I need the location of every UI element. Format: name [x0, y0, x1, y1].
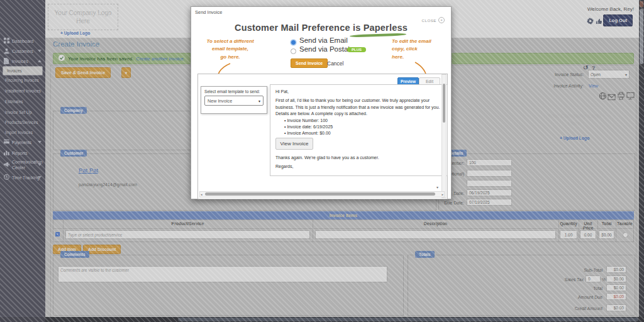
upload-logo-link[interactable]: + Upload Logo	[60, 31, 90, 35]
save-send-dropdown-button[interactable]: ▾	[121, 67, 131, 78]
scroll-down-arrow[interactable]: ▾	[436, 185, 438, 189]
bullet-text: Invoice Number: 100	[287, 118, 328, 123]
save-send-invoice-button[interactable]: Save & Send Invoice	[55, 67, 111, 78]
cancel-link[interactable]: Cancel	[327, 60, 343, 67]
send-via-postal-label[interactable]: Send via Postal	[299, 45, 350, 53]
time-icon	[4, 174, 9, 180]
vertical-scrollbar[interactable]	[639, 0, 644, 322]
chevron-down-icon	[38, 164, 42, 166]
scroll-right-arrow[interactable]: ▸	[441, 192, 443, 196]
bullet-text: Invoice Amount: $0.00	[287, 131, 330, 135]
customer-name-link[interactable]: Pat Pat	[79, 167, 98, 174]
company-section-tag: Company	[60, 107, 87, 114]
note-line: To edit the email	[392, 38, 443, 45]
send-invoice-button[interactable]: Send Invoice	[291, 58, 328, 68]
column-product-service: Product/Service	[63, 221, 313, 226]
banner-link[interactable]: Create another invoice.	[136, 56, 185, 62]
delete-row-icon[interactable]: ×	[55, 232, 60, 236]
scroll-left-arrow[interactable]: ◂	[201, 192, 203, 196]
column-description: Description	[313, 221, 558, 226]
date-field[interactable]: 06/19/2025	[467, 189, 512, 196]
left-annotation: To select a different email template, go…	[203, 38, 258, 61]
chevron-down-icon	[38, 141, 42, 143]
column-unit-price: Unit Price	[579, 221, 597, 230]
comments-textarea[interactable]: Comments are visible to the customer	[58, 266, 387, 282]
invoice-status-label: Invoice Status:	[528, 72, 584, 77]
invoice-activity-link[interactable]: View	[589, 84, 598, 88]
invoices-icon	[4, 58, 9, 64]
scrollbar-up-arrow[interactable]	[640, 1, 643, 7]
sidebar-item-label: Time Tracking	[12, 175, 40, 180]
sidebar-item-label: Customers	[12, 49, 33, 53]
sidebar-item-invoices[interactable]: Invoices	[0, 58, 45, 64]
scrollbar-thumb[interactable]	[178, 318, 638, 321]
sidebar-item-time-tracking[interactable]: Time Tracking	[0, 174, 45, 180]
green-underline-stroke	[350, 33, 406, 37]
email-regards: Regards,	[275, 164, 293, 169]
company-logo-placeholder[interactable]: Your Company Logo Here	[48, 4, 118, 30]
scrollbar-thumb[interactable]	[205, 192, 435, 196]
sidebar-subitem-installment-invoices[interactable]: Installment Invoices	[5, 89, 43, 93]
invoice-status-select[interactable]: Open ▾	[588, 70, 630, 79]
comments-section-tag: Comments	[60, 251, 89, 258]
percent-sign: %	[602, 277, 606, 282]
due-date-field[interactable]: 07/19/2025	[467, 199, 512, 206]
sidebar-subitem-import-invoices[interactable]: Import Invoices	[5, 130, 43, 135]
sidebar-subitem-estimates[interactable]: Estimates	[5, 99, 43, 104]
amount-due-value: $0.00	[614, 294, 624, 299]
send-via-postal-radio[interactable]	[291, 48, 296, 54]
quantity-input[interactable]: 1.00	[560, 230, 577, 239]
invoice-activity-label: Invoice Activity:	[528, 84, 584, 88]
sidebar-item-customers[interactable]: Customers	[0, 48, 45, 54]
gear-icon[interactable]	[587, 16, 594, 27]
printer-icon[interactable]	[617, 91, 625, 103]
sidebar-item-reports[interactable]: Reports	[0, 150, 45, 156]
scrollbar-thumb[interactable]	[443, 84, 445, 123]
unit-price-input[interactable]: 0.00	[580, 230, 596, 239]
send-via-email-label[interactable]: Send via Email	[299, 36, 348, 44]
chevron-up-icon	[38, 60, 42, 62]
right-annotation: To edit the email copy, click here.	[392, 38, 443, 61]
sidebar-item-communication-center[interactable]: Communication Center	[0, 159, 45, 170]
logo-text: Your Company Logo Here	[48, 9, 118, 25]
scrollbar-corner	[0, 317, 45, 322]
line-total-value: $0.00	[601, 233, 611, 237]
invoice-number-field[interactable]: 100	[467, 159, 512, 166]
view-invoice-button[interactable]: View Invoice	[275, 138, 313, 150]
bullet-text: Invoice date: 6/19/2025	[287, 125, 333, 129]
sidebar-subitem-invoices[interactable]: Invoices	[3, 66, 43, 75]
chevron-down-icon: ▾	[625, 72, 627, 77]
sales-tax-rate-input[interactable]: 0	[586, 275, 601, 282]
sidebar-item-label: Communication Center	[12, 159, 40, 170]
sidebar-subitem-recurring-invoices[interactable]: Recurring Invoices	[5, 78, 43, 82]
logout-button[interactable]: Log Out	[603, 14, 633, 26]
unit-price-value: 0.00	[584, 233, 592, 237]
preview-vertical-scrollbar[interactable]	[441, 74, 447, 198]
subtotal-field: $0.00	[606, 266, 626, 273]
extra-field[interactable]	[467, 180, 512, 187]
globe-icon[interactable]	[599, 91, 607, 103]
invoice-logo-placeholder[interactable]: Your Company Logo Here	[545, 104, 604, 135]
credit-amount-label: Credit Amount	[522, 306, 602, 311]
mail-icon[interactable]	[608, 92, 616, 103]
preview-horizontal-scrollbar[interactable]: ◂ ▸	[199, 191, 445, 197]
product-service-input[interactable]: Type or select product/service	[65, 230, 310, 239]
sidebar-item-payments[interactable]: Payments	[0, 139, 45, 145]
invoice-number-value: 100	[469, 160, 476, 165]
check-icon	[58, 55, 65, 62]
invoice-upload-logo-link[interactable]: + Upload Logo	[560, 136, 589, 140]
sidebar-subitem-invoice-set-up[interactable]: Invoice Set Up	[5, 110, 43, 114]
send-via-email-radio[interactable]	[291, 40, 296, 45]
sidebar-subitem-products-services[interactable]: Products/Services	[5, 120, 43, 125]
chevron-down-icon: ▾	[125, 70, 127, 75]
amount-due-field: $0.00	[606, 293, 626, 300]
thumbs-up-icon[interactable]	[596, 16, 602, 27]
sidebar-item-dashboard[interactable]: Dashboard	[0, 38, 45, 44]
horizontal-scrollbar[interactable]	[0, 317, 644, 322]
taxable-radio[interactable]	[623, 232, 628, 238]
optional-field[interactable]	[467, 170, 512, 177]
scrollbar-thumb[interactable]	[640, 9, 643, 64]
description-input[interactable]	[315, 230, 556, 239]
template-select[interactable]: New Invoice ▾	[204, 96, 264, 106]
monitor-icon[interactable]	[626, 91, 635, 103]
